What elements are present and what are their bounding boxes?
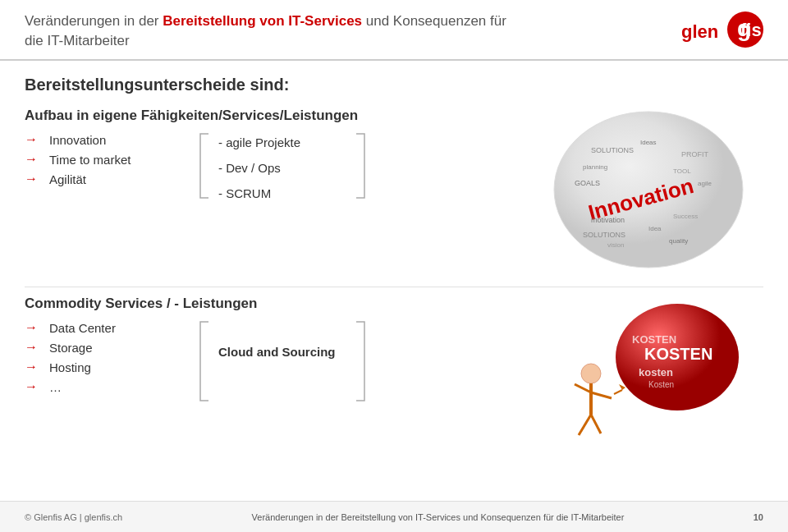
header: Veränderungen in der Bereitstellung von … bbox=[0, 0, 788, 61]
item-label: Innovation bbox=[49, 133, 106, 147]
section2-cloud-label: Cloud and Sourcing bbox=[218, 320, 350, 359]
svg-text:KOSTEN: KOSTEN bbox=[644, 345, 712, 363]
svg-text:quality: quality bbox=[669, 237, 688, 245]
section2-row: Commodity Services / - Leistungen → Data… bbox=[25, 296, 763, 447]
footer: © Glenfis AG | glenfis.ch Veränderungen … bbox=[0, 501, 788, 532]
list-item: → Hosting bbox=[25, 360, 189, 374]
svg-line-29 bbox=[591, 415, 601, 433]
svg-line-30 bbox=[614, 390, 622, 394]
svg-text:KOSTEN: KOSTEN bbox=[632, 333, 676, 346]
arrow-icon: → bbox=[25, 172, 41, 186]
svg-line-28 bbox=[579, 415, 591, 435]
item-label: … bbox=[49, 380, 62, 394]
footer-copyright: © Glenfis AG | glenfis.ch bbox=[25, 512, 122, 522]
section1-items-left: → Innovation → Time to market → Agilität bbox=[25, 132, 189, 191]
svg-text:planning: planning bbox=[583, 163, 607, 171]
arrow-icon: → bbox=[25, 320, 41, 335]
list-item: - agile Projekte bbox=[218, 135, 350, 149]
hosting-label: Hosting bbox=[49, 360, 91, 374]
section2-items-left: → Data Center → Storage → Hosting → … bbox=[25, 320, 189, 399]
svg-text:agile: agile bbox=[698, 180, 712, 187]
list-item: → Time to market bbox=[25, 152, 189, 167]
svg-line-26 bbox=[575, 384, 591, 392]
right-bracket-2 bbox=[355, 320, 368, 406]
item-label: - Dev / Ops bbox=[218, 161, 281, 175]
innovation-sphere-svg: SOLUTIONS Ideas PROFIT planning GOALS TO… bbox=[542, 108, 755, 272]
svg-text:Ideas: Ideas bbox=[640, 139, 657, 146]
svg-text:Idea: Idea bbox=[648, 225, 662, 232]
header-title-line2: die IT-Mitarbeiter bbox=[25, 33, 130, 48]
section2-left: Commodity Services / - Leistungen → Data… bbox=[25, 296, 484, 406]
svg-text:glen: glen bbox=[681, 21, 718, 42]
glenfis-logo-svg: g glen fis bbox=[681, 8, 763, 51]
section1-subtitle: Aufbau in eigene Fähigkeiten/Services/Le… bbox=[25, 108, 484, 124]
header-title: Veränderungen in der Bereitstellung von … bbox=[25, 11, 506, 51]
svg-text:Success: Success bbox=[673, 213, 698, 220]
item-label: Data Center bbox=[49, 321, 116, 335]
left-bracket-2 bbox=[197, 320, 210, 406]
kosten-image: KOSTEN KOSTEN kosten Kosten bbox=[534, 296, 763, 447]
list-item: - Dev / Ops bbox=[218, 161, 350, 175]
svg-text:SOLUTIONS: SOLUTIONS bbox=[591, 146, 634, 154]
item-label: Storage bbox=[49, 341, 93, 355]
section1-left: Aufbau in eigene Fähigkeiten/Services/Le… bbox=[25, 108, 484, 205]
svg-text:PROFIT: PROFIT bbox=[681, 150, 709, 158]
list-item: → Agilität bbox=[25, 172, 189, 186]
item-label: Time to market bbox=[49, 153, 131, 167]
item-label: - SCRUM bbox=[218, 186, 271, 200]
right-bracket bbox=[355, 132, 368, 203]
section1-items-right: - agile Projekte - Dev / Ops - SCRUM bbox=[218, 132, 350, 205]
arrow-icon: → bbox=[25, 360, 41, 374]
arrow-icon: → bbox=[25, 152, 41, 167]
svg-point-24 bbox=[581, 364, 601, 383]
copyright-text: © Glenfis AG | glenfis.ch bbox=[25, 512, 122, 522]
svg-text:fis: fis bbox=[740, 20, 762, 40]
list-item: → … bbox=[25, 379, 189, 394]
kosten-figure-svg: KOSTEN KOSTEN kosten Kosten bbox=[550, 296, 747, 447]
section2-title: Commodity Services / - Leistungen bbox=[25, 296, 484, 312]
arrow-icon: → bbox=[25, 379, 41, 394]
list-item: → Storage bbox=[25, 340, 189, 355]
arrow-icon: → bbox=[25, 132, 41, 147]
footer-page-number: 10 bbox=[754, 512, 763, 522]
item-label: Agilität bbox=[49, 172, 86, 186]
section1-row: Aufbau in eigene Fähigkeiten/Services/Le… bbox=[25, 108, 763, 272]
divider bbox=[25, 287, 763, 287]
left-bracket bbox=[197, 132, 210, 203]
header-title-bold: Bereitstellung von IT-Services bbox=[163, 13, 362, 29]
list-item: - SCRUM bbox=[218, 186, 350, 200]
svg-text:Kosten: Kosten bbox=[648, 380, 674, 389]
svg-marker-31 bbox=[619, 384, 625, 390]
svg-text:kosten: kosten bbox=[639, 366, 673, 378]
svg-text:SOLUTIONS: SOLUTIONS bbox=[583, 231, 625, 239]
svg-text:GOALS: GOALS bbox=[575, 179, 600, 187]
main-content: Bereitstellungsunterscheide sind: Aufbau… bbox=[0, 61, 788, 471]
section-title: Bereitstellungsunterscheide sind: bbox=[25, 76, 763, 94]
list-item: → Data Center bbox=[25, 320, 189, 335]
innovation-image: SOLUTIONS Ideas PROFIT planning GOALS TO… bbox=[534, 108, 763, 272]
svg-line-27 bbox=[591, 392, 612, 398]
item-label: - agile Projekte bbox=[218, 135, 300, 149]
list-item: → Innovation bbox=[25, 132, 189, 147]
logo: g glen fis bbox=[681, 8, 763, 51]
footer-center-text: Veränderungen in der Bereitstellung von … bbox=[252, 512, 625, 522]
svg-text:motivation: motivation bbox=[591, 216, 625, 224]
header-title-part1: Veränderungen in der bbox=[25, 13, 163, 29]
svg-text:vision: vision bbox=[607, 241, 624, 249]
arrow-icon: → bbox=[25, 340, 41, 355]
header-title-part2: und Konsequenzen für bbox=[362, 13, 506, 29]
